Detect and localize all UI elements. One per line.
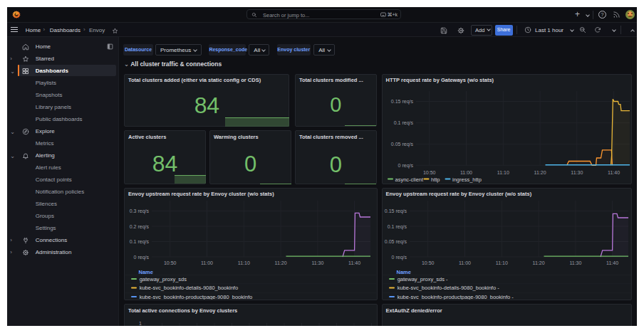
svg-text:0.1 req/s: 0.1 req/s bbox=[130, 239, 150, 245]
svg-text:0 req/s: 0 req/s bbox=[391, 254, 407, 260]
svg-text:gateway_proxy_sds -: gateway_proxy_sds - bbox=[397, 275, 447, 282]
svg-text:11:30: 11:30 bbox=[311, 260, 323, 265]
svg-text:10:50: 10:50 bbox=[164, 260, 177, 265]
svg-text:11:10: 11:10 bbox=[495, 260, 507, 265]
svg-text:0.1 req/s: 0.1 req/s bbox=[387, 223, 407, 229]
svg-text:async-client: async-client bbox=[395, 176, 424, 182]
svg-text:0.3 req/s: 0.3 req/s bbox=[130, 208, 150, 214]
svg-text:0.15 req/s: 0.15 req/s bbox=[390, 99, 413, 105]
svg-text:0.15 req/s: 0.15 req/s bbox=[384, 208, 407, 214]
svg-text:kube-svc_bookinfo-productpage-: kube-svc_bookinfo-productpage-9080_booki… bbox=[140, 293, 252, 300]
svg-text:11:40: 11:40 bbox=[608, 169, 620, 174]
svg-text:11:40: 11:40 bbox=[606, 260, 618, 265]
svg-text:11:10: 11:10 bbox=[238, 260, 250, 265]
svg-text:0.2 req/s: 0.2 req/s bbox=[130, 223, 150, 229]
svg-text:kube-svc_bookinfo-productpage-: kube-svc_bookinfo-productpage-9080_booki… bbox=[397, 293, 514, 300]
svg-text:10:50: 10:50 bbox=[421, 260, 434, 265]
svg-text:11:20: 11:20 bbox=[275, 260, 287, 265]
svg-text:0 req/s: 0 req/s bbox=[134, 254, 150, 260]
svg-text:11:20: 11:20 bbox=[534, 169, 546, 174]
svg-text:http: http bbox=[431, 176, 440, 182]
svg-text:11:30: 11:30 bbox=[569, 260, 581, 265]
svg-text:0 req/s: 0 req/s bbox=[398, 162, 413, 168]
svg-text:11:30: 11:30 bbox=[571, 169, 583, 174]
svg-text:Name: Name bbox=[139, 269, 153, 275]
svg-text:11:40: 11:40 bbox=[348, 260, 360, 265]
svg-text:11:00: 11:00 bbox=[201, 260, 213, 265]
svg-text:Name: Name bbox=[396, 269, 410, 275]
svg-text:gateway_proxy_sds: gateway_proxy_sds bbox=[140, 275, 187, 282]
svg-text:0.05 req/s: 0.05 req/s bbox=[390, 142, 413, 147]
svg-text:0.1 req/s: 0.1 req/s bbox=[393, 120, 413, 126]
svg-text:ingress_http: ingress_http bbox=[452, 176, 482, 182]
svg-text:10:50: 10:50 bbox=[422, 169, 435, 174]
svg-text:kube-svc_bookinfo-details-9080: kube-svc_bookinfo-details-9080_bookinfo bbox=[140, 285, 238, 291]
svg-text:11:00: 11:00 bbox=[460, 169, 472, 174]
svg-text:kube-svc_bookinfo-details-9080: kube-svc_bookinfo-details-9080_bookinfo … bbox=[397, 285, 499, 291]
svg-text:11:20: 11:20 bbox=[532, 260, 544, 265]
svg-text:0.05 req/s: 0.05 req/s bbox=[384, 239, 407, 245]
svg-text:11:10: 11:10 bbox=[497, 169, 509, 174]
svg-text:11:00: 11:00 bbox=[459, 260, 471, 265]
